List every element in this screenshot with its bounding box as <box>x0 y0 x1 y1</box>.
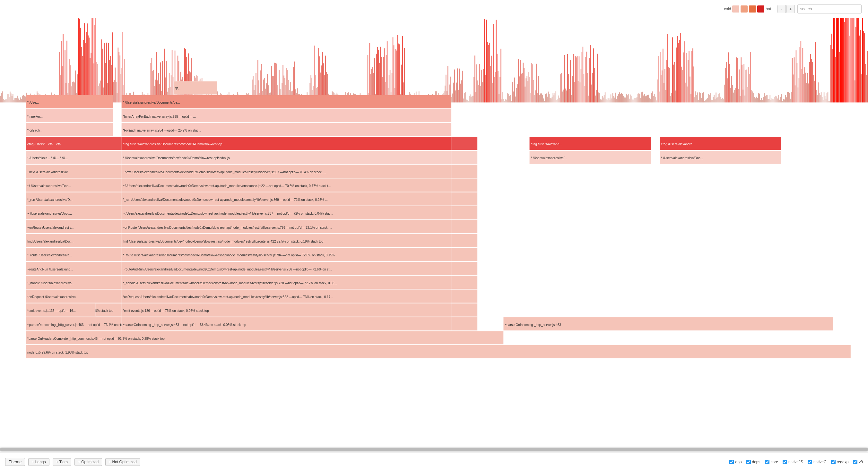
svg-rect-875 <box>844 22 845 102</box>
svg-rect-805 <box>776 96 777 102</box>
svg-rect-786 <box>758 93 759 102</box>
svg-rect-778 <box>750 52 751 103</box>
svg-rect-599 <box>578 81 579 102</box>
svg-rect-581 <box>560 74 561 102</box>
search-input[interactable] <box>797 4 862 13</box>
svg-rect-510 <box>492 83 493 102</box>
scrollbar-thumb <box>0 447 868 451</box>
svg-rect-538 <box>519 76 520 102</box>
svg-text:*_handle /Users/alexandresilva: *_handle /Users/alexandresilva/Documents… <box>123 281 337 285</box>
filter-nativec[interactable]: nativeC <box>808 460 827 464</box>
svg-rect-602 <box>581 69 582 102</box>
theme-button[interactable]: Theme <box>5 458 25 466</box>
svg-rect-864 <box>833 18 834 102</box>
tiers-button[interactable]: + Tiers <box>53 458 71 466</box>
filter-regexp[interactable]: regexp <box>831 460 849 464</box>
svg-rect-410 <box>396 49 397 102</box>
svg-rect-703 <box>678 43 679 102</box>
filter-nativejs[interactable]: nativeJS <box>783 460 803 464</box>
svg-rect-535 <box>516 88 517 103</box>
svg-rect-579 <box>559 96 559 103</box>
svg-rect-122 <box>118 47 119 102</box>
svg-rect-593 <box>572 76 573 102</box>
svg-rect-779 <box>751 90 752 102</box>
svg-rect-495 <box>477 80 478 103</box>
filter-nativejs-checkbox[interactable] <box>783 460 787 464</box>
not-optimized-button[interactable]: + Not Optimized <box>105 458 140 466</box>
svg-rect-834 <box>804 67 805 102</box>
svg-rect-760 <box>733 93 734 103</box>
scrollbar[interactable] <box>0 447 868 452</box>
svg-rect-798 <box>770 95 771 102</box>
svg-rect-828 <box>799 78 800 102</box>
svg-rect-871 <box>840 18 841 102</box>
svg-rect-86 <box>83 40 84 102</box>
zoom-out-button[interactable]: - <box>777 5 786 13</box>
svg-rect-794 <box>766 95 767 103</box>
filter-core[interactable]: core <box>765 460 778 464</box>
svg-rect-702 <box>677 36 678 102</box>
svg-rect-753 <box>726 62 727 102</box>
svg-rect-92 <box>89 38 90 102</box>
zoom-in-button[interactable]: + <box>786 5 795 13</box>
svg-rect-619 <box>597 54 598 102</box>
svg-rect-117 <box>113 82 114 102</box>
svg-rect-675 <box>651 93 652 102</box>
langs-button[interactable]: + Langs <box>28 458 49 466</box>
svg-rect-629 <box>607 100 608 102</box>
svg-rect-4 <box>4 100 5 103</box>
svg-rect-491 <box>473 77 474 102</box>
svg-rect-473 <box>456 82 457 102</box>
svg-rect-108 <box>104 43 105 102</box>
filter-app-checkbox[interactable] <box>729 460 734 464</box>
svg-rect-583 <box>562 92 563 102</box>
svg-rect-689 <box>664 69 665 102</box>
svg-text:etag /Users/alexandresilva/Doc: etag /Users/alexandresilva/Documents/dev… <box>123 142 225 146</box>
svg-rect-562 <box>542 95 543 102</box>
svg-rect-481 <box>464 93 465 102</box>
svg-rect-829 <box>800 47 801 102</box>
svg-rect-1 <box>1 93 2 102</box>
svg-rect-543 <box>524 68 525 102</box>
svg-rect-576 <box>556 91 557 102</box>
svg-rect-550 <box>530 93 531 102</box>
filter-app[interactable]: app <box>729 460 742 464</box>
svg-rect-508 <box>490 66 491 102</box>
svg-rect-504 <box>486 20 487 102</box>
svg-rect-18 <box>17 96 18 102</box>
filter-deps-checkbox[interactable] <box>746 460 751 464</box>
svg-rect-777 <box>749 74 750 103</box>
svg-rect-671 <box>647 95 648 103</box>
svg-rect-876 <box>845 18 846 102</box>
svg-rect-531 <box>512 82 513 103</box>
svg-rect-642 <box>619 92 620 102</box>
svg-rect-411 <box>397 51 397 103</box>
svg-rect-563 <box>543 99 544 103</box>
svg-rect-559 <box>539 95 540 102</box>
svg-rect-178 <box>172 50 173 102</box>
svg-rect-537 <box>518 59 519 102</box>
svg-rect-110 <box>106 43 107 103</box>
svg-rect-506 <box>488 45 489 103</box>
optimized-button[interactable]: + Optimized <box>74 458 102 466</box>
svg-rect-877 <box>846 18 847 102</box>
svg-rect-666 <box>642 92 643 103</box>
svg-rect-682 <box>658 56 659 102</box>
filter-core-checkbox[interactable] <box>765 460 770 464</box>
svg-rect-851 <box>821 92 822 103</box>
svg-rect-659 <box>636 98 637 102</box>
svg-rect-408 <box>394 45 395 102</box>
svg-rect-483 <box>466 99 467 102</box>
svg-text:~parserOnIncoming _http_server: ~parserOnIncoming _http_server.js:463 —n… <box>123 323 247 327</box>
svg-rect-699 <box>674 62 675 103</box>
svg-rect-762 <box>735 88 736 102</box>
filter-deps[interactable]: deps <box>746 460 761 464</box>
svg-text:~f /Users/alexandresilva/Docum: ~f /Users/alexandresilva/Documents/dev/n… <box>123 184 331 188</box>
filter-v8-checkbox[interactable] <box>853 460 858 464</box>
svg-rect-547 <box>527 81 528 102</box>
filter-nativec-checkbox[interactable] <box>808 460 812 464</box>
filter-regexp-checkbox[interactable] <box>831 460 836 464</box>
filter-v8[interactable]: v8 <box>853 460 863 464</box>
svg-text:~onRoute /Users/alexandresilv.: ~onRoute /Users/alexandresilv... <box>27 226 73 229</box>
svg-text:*_handle /Users/alexandresilva: *_handle /Users/alexandresilva... <box>27 281 74 285</box>
